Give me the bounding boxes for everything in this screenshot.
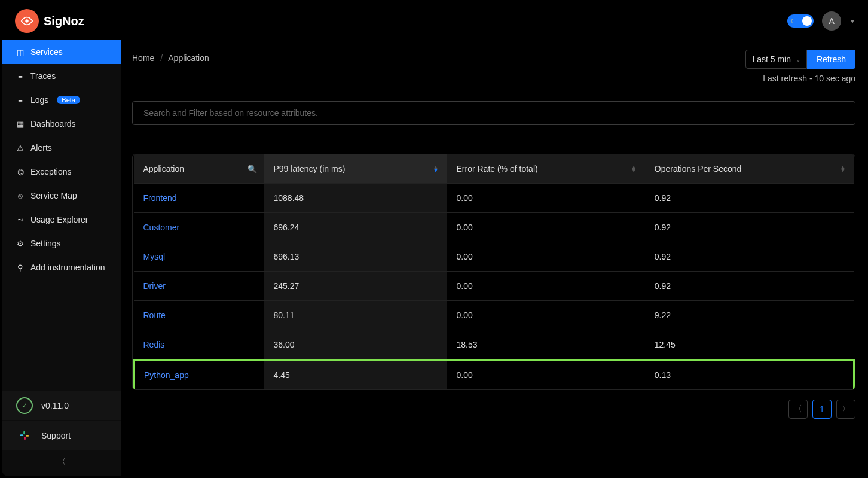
table-row: Redis36.0018.5312.45 xyxy=(134,330,854,360)
chevron-down-icon: ⌄ xyxy=(796,56,800,63)
error-cell: 0.00 xyxy=(447,301,645,330)
sidebar-item-alerts[interactable]: ⚠Alerts xyxy=(2,136,121,160)
sidebar-item-label: Services xyxy=(30,47,63,57)
svg-rect-1 xyxy=(20,434,24,436)
search-input[interactable] xyxy=(132,101,855,125)
ops-cell: 0.92 xyxy=(645,213,854,242)
sidebar-item-logs[interactable]: ≡LogsBeta xyxy=(2,88,121,112)
p99-cell: 1088.48 xyxy=(264,184,447,213)
alert-icon: ⚠ xyxy=(16,144,25,153)
time-range-select[interactable]: Last 5 min ⌄ xyxy=(745,50,807,69)
ops-cell: 0.13 xyxy=(645,360,854,390)
bar-chart-icon: ◫ xyxy=(16,48,25,57)
table-row: Driver245.270.000.92 xyxy=(134,272,854,301)
search-icon[interactable]: 🔍 xyxy=(247,165,257,173)
slack-icon xyxy=(16,427,33,444)
bug-icon: ⌬ xyxy=(16,168,25,176)
col-application[interactable]: Application 🔍 xyxy=(134,154,264,184)
svg-rect-2 xyxy=(26,435,29,437)
p99-cell: 36.00 xyxy=(264,330,447,360)
refresh-button[interactable]: Refresh xyxy=(807,50,855,69)
sidebar-item-dashboards[interactable]: ▦Dashboards xyxy=(2,112,121,136)
service-link[interactable]: Redis xyxy=(143,340,165,349)
service-link[interactable]: Driver xyxy=(143,281,166,291)
table-row: Python_app4.450.000.13 xyxy=(134,360,854,390)
dashboard-icon: ▦ xyxy=(16,120,25,129)
prev-page-button[interactable]: 〈 xyxy=(788,400,808,419)
table-row: Customer696.240.000.92 xyxy=(134,213,854,242)
col-error-rate[interactable]: Error Rate (% of total) ▲▼ xyxy=(447,154,645,184)
p99-cell: 80.11 xyxy=(264,301,447,330)
support-item[interactable]: Support xyxy=(2,421,121,450)
next-page-button[interactable]: 〉 xyxy=(836,400,855,419)
eye-icon xyxy=(15,9,39,33)
col-ops[interactable]: Operations Per Second ▲▼ xyxy=(645,154,854,184)
breadcrumb-current: Application xyxy=(168,53,209,63)
sidebar-item-label: Usage Explorer xyxy=(30,215,88,224)
moon-icon: ☾ xyxy=(790,17,796,25)
beta-badge: Beta xyxy=(57,96,80,104)
page-number-button[interactable]: 1 xyxy=(812,400,832,419)
caret-down-icon[interactable]: ▼ xyxy=(849,18,855,25)
theme-toggle[interactable]: ☾ xyxy=(787,14,814,28)
breadcrumb: Home / Application xyxy=(132,50,209,63)
error-cell: 0.00 xyxy=(447,242,645,272)
table-row: Route80.110.009.22 xyxy=(134,301,854,330)
sidebar: ◫Services≡Traces≡LogsBeta▦Dashboards⚠Ale… xyxy=(2,40,121,476)
p99-cell: 4.45 xyxy=(264,360,447,390)
version-item[interactable]: ✓ v0.11.0 xyxy=(2,391,121,420)
error-cell: 0.00 xyxy=(447,360,645,390)
brand-name: SigNoz xyxy=(44,14,84,28)
svg-rect-4 xyxy=(24,437,26,440)
sort-icon: ▲▼ xyxy=(841,165,846,172)
ops-cell: 0.92 xyxy=(645,184,854,213)
sidebar-item-add-instrumentation[interactable]: ⚲Add instrumentation xyxy=(2,255,121,279)
sidebar-item-exceptions[interactable]: ⌬Exceptions xyxy=(2,160,121,184)
line-chart-icon: ⤳ xyxy=(16,215,25,224)
collapse-sidebar[interactable]: 〈 xyxy=(2,450,121,474)
service-link[interactable]: Python_app xyxy=(144,370,189,380)
gear-icon: ⚙ xyxy=(16,239,25,248)
menu-icon: ≡ xyxy=(16,72,25,81)
svg-rect-3 xyxy=(23,431,25,435)
sort-icon: ▲▼ xyxy=(631,165,637,172)
brand-logo[interactable]: SigNoz xyxy=(15,9,84,33)
app-header: SigNoz ☾ A ▼ xyxy=(2,2,866,40)
main-content: Home / Application Last 5 min ⌄ Refresh … xyxy=(121,40,866,476)
chevron-left-icon: 〈 xyxy=(57,456,66,468)
ops-cell: 0.92 xyxy=(645,242,854,272)
ops-cell: 0.92 xyxy=(645,272,854,301)
service-link[interactable]: Mysql xyxy=(143,252,166,261)
deployment-icon: ⎋ xyxy=(16,191,25,200)
sidebar-item-label: Add instrumentation xyxy=(30,263,105,272)
support-label: Support xyxy=(41,431,71,440)
api-icon: ⚲ xyxy=(16,263,25,272)
breadcrumb-home[interactable]: Home xyxy=(132,53,154,63)
sidebar-item-services[interactable]: ◫Services xyxy=(2,40,121,64)
sidebar-item-label: Exceptions xyxy=(30,167,71,176)
sidebar-item-settings[interactable]: ⚙Settings xyxy=(2,232,121,255)
error-cell: 0.00 xyxy=(447,213,645,242)
service-link[interactable]: Frontend xyxy=(143,193,177,203)
sidebar-item-service-map[interactable]: ⎋Service Map xyxy=(2,184,121,208)
sidebar-item-label: Settings xyxy=(30,239,61,248)
sort-icon: ▲▼ xyxy=(433,165,439,172)
p99-cell: 696.13 xyxy=(264,242,447,272)
col-p99[interactable]: P99 latency (in ms) ▲▼ xyxy=(264,154,447,184)
sidebar-item-label: Logs xyxy=(30,95,48,105)
sidebar-item-usage-explorer[interactable]: ⤳Usage Explorer xyxy=(2,208,121,232)
error-cell: 0.00 xyxy=(447,184,645,213)
user-avatar[interactable]: A xyxy=(822,11,841,31)
service-link[interactable]: Customer xyxy=(143,223,180,232)
ops-cell: 12.45 xyxy=(645,330,854,360)
sidebar-item-traces[interactable]: ≡Traces xyxy=(2,64,121,88)
menu-icon: ≡ xyxy=(16,96,25,105)
error-cell: 18.53 xyxy=(447,330,645,360)
sidebar-item-label: Alerts xyxy=(30,143,52,153)
pagination: 〈 1 〉 xyxy=(132,400,855,419)
ops-cell: 9.22 xyxy=(645,301,854,330)
error-cell: 0.00 xyxy=(447,272,645,301)
sidebar-item-label: Dashboards xyxy=(30,119,76,129)
svg-point-0 xyxy=(25,19,29,23)
service-link[interactable]: Route xyxy=(143,310,166,320)
